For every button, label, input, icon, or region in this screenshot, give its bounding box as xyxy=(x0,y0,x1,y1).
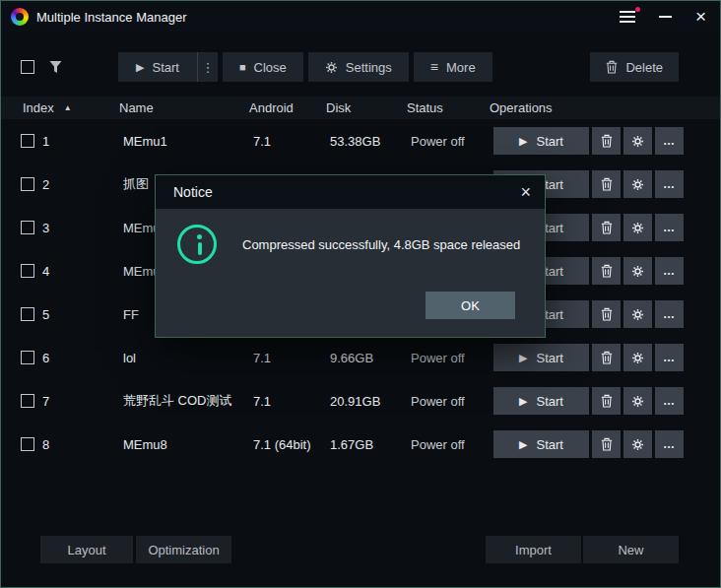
row-index: 1 xyxy=(38,134,123,149)
row-disk: 20.91GB xyxy=(330,394,411,409)
table-header: Index ▲ Name Android Disk Status Operati… xyxy=(1,97,720,119)
gear-icon xyxy=(631,178,644,191)
column-status[interactable]: Status xyxy=(407,100,490,115)
more-lines-icon: ≡ xyxy=(430,59,438,75)
select-all-checkbox[interactable] xyxy=(21,60,34,74)
row-index: 5 xyxy=(38,307,123,322)
row-operations: ▶ Start xyxy=(493,127,720,155)
row-settings-button[interactable] xyxy=(623,170,652,198)
row-settings-button[interactable] xyxy=(623,344,652,371)
table-row: 1 MEmu1 7.1 53.38GB Power off ▶ Start xyxy=(1,119,720,163)
column-name[interactable]: Name xyxy=(119,100,249,115)
row-settings-button[interactable] xyxy=(623,127,652,155)
row-delete-button[interactable] xyxy=(592,170,621,198)
row-more-button[interactable]: … xyxy=(655,257,684,285)
play-icon: ▶ xyxy=(519,396,527,407)
dialog-close-icon[interactable]: × xyxy=(520,185,531,199)
row-delete-button[interactable] xyxy=(592,257,621,285)
import-button[interactable]: Import xyxy=(486,536,581,563)
row-start-label: Start xyxy=(537,394,563,409)
gear-icon xyxy=(631,265,644,278)
close-instances-button[interactable]: ■ Close xyxy=(223,52,303,82)
row-more-button[interactable]: … xyxy=(655,300,684,328)
row-settings-button[interactable] xyxy=(623,300,652,328)
row-checkbox[interactable] xyxy=(21,221,34,234)
row-start-button[interactable]: ▶ Start xyxy=(493,344,589,371)
row-more-button[interactable]: … xyxy=(655,127,684,155)
window-title: Multiple Instance Manager xyxy=(36,10,186,25)
row-start-button[interactable]: ▶ Start xyxy=(493,387,589,415)
row-delete-button[interactable] xyxy=(592,127,621,155)
footer-bar: Layout Optimization Import New xyxy=(1,536,720,563)
start-button[interactable]: ▶ Start xyxy=(118,52,197,82)
more-button[interactable]: ≡ More xyxy=(414,52,492,82)
row-more-button[interactable]: … xyxy=(655,344,684,371)
row-settings-button[interactable] xyxy=(623,430,652,458)
start-options-button[interactable]: ⋮ xyxy=(197,52,218,82)
row-index: 7 xyxy=(38,394,123,409)
row-delete-button[interactable] xyxy=(592,300,621,328)
row-name: MEmu1 xyxy=(123,134,253,149)
stop-icon: ■ xyxy=(239,62,246,73)
new-button[interactable]: New xyxy=(583,536,679,563)
gear-icon xyxy=(631,222,644,234)
close-window-icon[interactable]: × xyxy=(695,9,706,25)
row-delete-button[interactable] xyxy=(592,214,621,241)
row-start-button[interactable]: ▶ Start xyxy=(493,127,589,155)
row-settings-button[interactable] xyxy=(623,214,652,241)
row-more-button[interactable]: … xyxy=(655,170,684,198)
gear-icon xyxy=(631,308,644,321)
row-name: lol xyxy=(123,351,253,365)
row-name: 荒野乱斗 COD测试 xyxy=(123,392,253,410)
layout-button[interactable]: Layout xyxy=(40,536,133,563)
optimization-button[interactable]: Optimization xyxy=(136,536,231,563)
row-checkbox[interactable] xyxy=(21,177,34,191)
row-status: Power off xyxy=(411,394,493,409)
dialog-title: Notice xyxy=(173,184,213,200)
row-settings-button[interactable] xyxy=(623,257,652,285)
row-more-button[interactable]: … xyxy=(655,387,684,415)
table-row: 6 lol 7.1 9.66GB Power off ▶ Start xyxy=(1,336,720,379)
toolbar: ▶ Start ⋮ ■ Close Settings ≡ More xyxy=(1,52,720,82)
row-index: 3 xyxy=(38,221,123,235)
row-more-button[interactable]: … xyxy=(655,214,684,241)
row-checkbox[interactable] xyxy=(21,264,34,278)
ok-button[interactable]: OK xyxy=(426,292,515,319)
ellipsis-icon: … xyxy=(663,351,676,364)
row-index: 4 xyxy=(38,264,123,279)
row-settings-button[interactable] xyxy=(623,387,652,415)
column-disk[interactable]: Disk xyxy=(326,100,407,115)
row-delete-button[interactable] xyxy=(592,430,621,458)
dialog-body: Compressed successfully, 4.8GB space rel… xyxy=(156,209,545,337)
gear-icon xyxy=(631,135,644,148)
column-android[interactable]: Android xyxy=(249,100,326,115)
row-delete-button[interactable] xyxy=(592,387,621,415)
delete-button[interactable]: Delete xyxy=(590,52,679,82)
row-index: 2 xyxy=(38,177,123,192)
dialog-title-bar: Notice × xyxy=(156,175,545,209)
row-disk: 9.66GB xyxy=(330,351,411,365)
settings-button[interactable]: Settings xyxy=(308,52,409,82)
column-index[interactable]: Index ▲ xyxy=(23,100,119,115)
row-more-button[interactable]: … xyxy=(655,430,684,458)
row-start-button[interactable]: ▶ Start xyxy=(493,430,589,458)
row-checkbox[interactable] xyxy=(21,394,34,408)
filter-icon[interactable] xyxy=(49,60,62,74)
trash-icon xyxy=(601,264,613,278)
trash-icon xyxy=(606,60,618,74)
notification-dot xyxy=(635,7,640,12)
main-menu-icon[interactable] xyxy=(620,11,635,23)
minimize-icon[interactable] xyxy=(659,16,672,18)
ellipsis-icon: … xyxy=(663,134,676,148)
row-android: 7.1 (64bit) xyxy=(253,437,330,452)
trash-icon xyxy=(601,437,613,451)
row-status: Power off xyxy=(411,134,493,149)
row-checkbox[interactable] xyxy=(21,437,34,451)
row-checkbox[interactable] xyxy=(21,307,34,321)
play-icon: ▶ xyxy=(519,353,527,363)
row-delete-button[interactable] xyxy=(592,344,621,371)
row-status: Power off xyxy=(411,437,493,452)
row-checkbox[interactable] xyxy=(21,134,34,148)
row-checkbox[interactable] xyxy=(21,351,34,364)
trash-icon xyxy=(601,134,613,148)
